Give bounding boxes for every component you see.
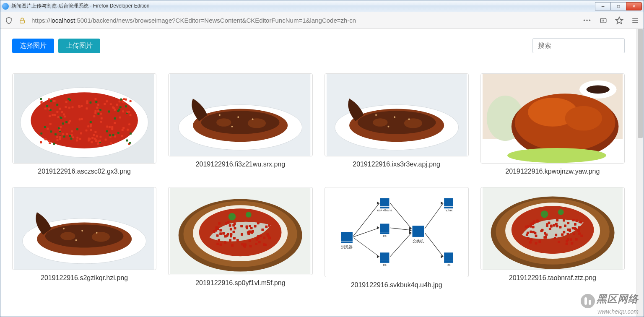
svg-rect-277 xyxy=(224,241,226,244)
svg-point-280 xyxy=(229,213,236,221)
image-thumbnail[interactable] xyxy=(325,73,469,156)
close-button[interactable]: ✕ xyxy=(626,2,642,10)
svg-rect-126 xyxy=(113,107,115,109)
svg-text:浏览器: 浏览器 xyxy=(341,245,352,249)
svg-rect-114 xyxy=(79,119,81,121)
svg-rect-6 xyxy=(114,135,116,138)
page-scroller[interactable]: 选择图片 上传图片 2019122916.asczsc02.gx3.png 20… xyxy=(0,29,636,317)
image-caption: 2019122916.asczsc02.gx3.png xyxy=(12,168,156,175)
image-thumbnail[interactable] xyxy=(480,73,625,164)
url-display[interactable]: https://localhost:5001/backend/news/brow… xyxy=(31,17,578,24)
image-card[interactable]: 2019122916.taobnraf.ztz.png xyxy=(480,187,625,289)
watermark-line1: 黑区网络 xyxy=(597,293,639,304)
svg-rect-259 xyxy=(229,239,231,242)
svg-point-200 xyxy=(92,232,110,242)
maximize-button[interactable]: □ xyxy=(610,2,626,10)
svg-rect-39 xyxy=(119,117,121,119)
svg-rect-128 xyxy=(68,122,70,124)
svg-rect-62 xyxy=(108,111,110,113)
svg-rect-359 xyxy=(535,242,537,244)
image-card[interactable]: 浏览器 es+kibana es es 交换机 nginx lat xyxy=(325,187,469,289)
svg-rect-341 xyxy=(578,232,581,235)
svg-rect-394 xyxy=(525,226,527,228)
svg-rect-163 xyxy=(57,116,60,118)
svg-rect-152 xyxy=(40,141,42,143)
svg-rect-234 xyxy=(241,243,244,245)
svg-rect-91 xyxy=(106,126,108,128)
more-icon[interactable]: ••• xyxy=(583,16,592,25)
svg-rect-43 xyxy=(86,130,88,132)
svg-rect-31 xyxy=(46,105,48,107)
image-card[interactable]: 2019122916.fi3z21wu.srx.png xyxy=(168,73,312,175)
vertical-scrollbar[interactable] xyxy=(636,29,644,317)
svg-rect-164 xyxy=(60,126,62,128)
upload-image-button[interactable]: 上传图片 xyxy=(58,39,100,53)
svg-rect-159 xyxy=(70,138,73,140)
svg-rect-44 xyxy=(81,118,83,120)
svg-rect-340 xyxy=(575,219,578,222)
svg-rect-254 xyxy=(265,226,268,228)
svg-rect-251 xyxy=(250,227,253,229)
svg-rect-369 xyxy=(556,219,558,221)
image-card[interactable]: 2019122916.ixs3r3ev.apj.png xyxy=(325,73,469,175)
svg-rect-32 xyxy=(96,135,98,138)
shield-icon[interactable] xyxy=(5,16,13,25)
reader-icon[interactable] xyxy=(599,16,608,25)
svg-rect-108 xyxy=(48,99,50,101)
image-caption: 2019122916.svkbuk4q.u4h.jpg xyxy=(325,281,469,289)
svg-rect-260 xyxy=(268,237,271,239)
svg-rect-383 xyxy=(566,233,569,235)
svg-rect-143 xyxy=(55,133,57,135)
svg-rect-55 xyxy=(125,106,127,108)
image-card[interactable]: 2019122916.kpwojnzw.yaw.png xyxy=(480,73,625,175)
svg-rect-98 xyxy=(94,112,96,114)
svg-rect-377 xyxy=(561,233,564,236)
svg-point-172 xyxy=(237,116,239,118)
svg-rect-243 xyxy=(233,237,236,239)
svg-rect-131 xyxy=(54,114,56,116)
svg-rect-9 xyxy=(52,114,54,116)
svg-rect-279 xyxy=(216,226,219,229)
svg-rect-119 xyxy=(122,127,125,129)
svg-point-184 xyxy=(387,126,389,127)
svg-rect-30 xyxy=(94,98,96,100)
svg-rect-145 xyxy=(116,104,118,106)
bookmark-star-icon[interactable] xyxy=(615,16,623,25)
image-card[interactable]: 2019122916.sp0yf1vl.m5f.png xyxy=(168,187,312,289)
image-thumbnail[interactable] xyxy=(168,187,312,275)
svg-rect-99 xyxy=(47,128,49,130)
search-input[interactable] xyxy=(532,38,625,53)
minimize-button[interactable]: — xyxy=(595,2,611,10)
svg-rect-270 xyxy=(222,232,225,235)
select-image-button[interactable]: 选择图片 xyxy=(12,39,54,53)
svg-rect-14 xyxy=(101,117,103,120)
url-path: /backend/news/browseimage?CKEditor=NewsC… xyxy=(91,17,356,24)
image-thumbnail[interactable] xyxy=(168,73,312,156)
svg-rect-231 xyxy=(254,225,257,227)
image-thumbnail[interactable] xyxy=(12,187,156,270)
svg-rect-387 xyxy=(531,222,534,225)
svg-point-203 xyxy=(96,232,98,234)
svg-rect-134 xyxy=(44,108,47,110)
image-thumbnail[interactable]: 浏览器 es+kibana es es 交换机 nginx lat xyxy=(325,187,469,277)
svg-rect-391 xyxy=(530,225,532,228)
svg-rect-40 xyxy=(90,129,92,131)
image-thumbnail[interactable] xyxy=(12,73,156,164)
svg-rect-350 xyxy=(527,237,530,239)
svg-text:nginx: nginx xyxy=(444,208,452,212)
svg-rect-230 xyxy=(224,235,227,237)
window-titlebar[interactable]: 新闻图片上传与浏览-后台管理系统 - Firefox Developer Edi… xyxy=(0,0,644,12)
svg-rect-11 xyxy=(105,139,107,141)
lock-warning-icon[interactable] xyxy=(18,16,26,25)
menu-icon[interactable] xyxy=(631,16,639,25)
svg-rect-343 xyxy=(575,238,577,241)
svg-rect-139 xyxy=(114,117,116,120)
image-thumbnail[interactable] xyxy=(480,187,625,270)
image-card[interactable]: 2019122916.s2gzikqr.hzi.png xyxy=(12,187,156,289)
svg-rect-130 xyxy=(50,131,52,133)
svg-point-169 xyxy=(216,118,231,127)
image-card[interactable]: 2019122916.asczsc02.gx3.png xyxy=(12,73,156,175)
svg-rect-272 xyxy=(216,243,219,245)
svg-text:es: es xyxy=(383,263,386,267)
scrollbar-thumb[interactable] xyxy=(638,29,643,138)
